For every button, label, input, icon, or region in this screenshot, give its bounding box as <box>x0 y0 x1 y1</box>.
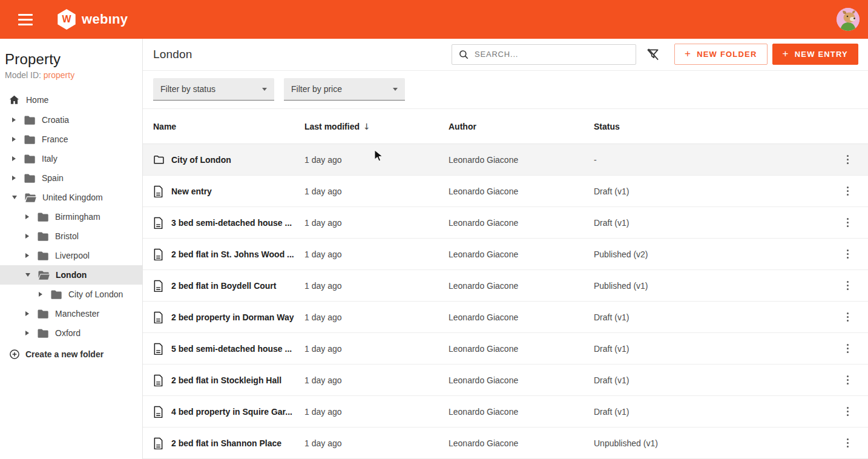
column-header-author[interactable]: Author <box>449 122 594 131</box>
sidebar-item-home[interactable]: Home <box>0 90 142 110</box>
entry-name: New entry <box>171 187 212 196</box>
folder-icon <box>37 251 49 261</box>
sidebar-item-london[interactable]: London <box>0 265 142 285</box>
chevron-icon[interactable] <box>25 331 29 335</box>
plus-icon: + <box>685 48 691 60</box>
sidebar-folder-label: Spain <box>42 173 64 183</box>
menu-icon[interactable] <box>13 7 38 31</box>
model-id-link[interactable]: property <box>44 70 74 80</box>
column-header-name[interactable]: Name <box>153 122 304 131</box>
entry-status: Draft (v1) <box>594 187 822 196</box>
sidebar-folder-label: France <box>42 134 68 144</box>
sort-descending-icon: ↓ <box>363 122 370 131</box>
folder-icon <box>24 173 36 183</box>
column-header-last-modified[interactable]: Last modified↓ <box>304 122 449 131</box>
entry-modified: 1 day ago <box>304 344 449 354</box>
filter-by-status-select[interactable]: Filter by status <box>153 78 274 101</box>
table-row[interactable]: 4 bed property in Squire Gar... 1 day ag… <box>143 396 868 428</box>
document-icon <box>153 437 165 449</box>
table-row[interactable]: 2 bed flat in Boydell Court 1 day ago Le… <box>143 270 868 302</box>
row-menu-button[interactable] <box>842 309 854 326</box>
row-menu-button[interactable] <box>842 340 854 357</box>
sidebar-item-manchester[interactable]: Manchester <box>0 304 142 323</box>
new-entry-button[interactable]: + NEW ENTRY <box>772 44 858 65</box>
sidebar-folder-label: City of London <box>68 289 123 299</box>
chevron-icon[interactable] <box>25 273 30 277</box>
chevron-down-icon <box>262 88 267 91</box>
sidebar-item-france[interactable]: France <box>0 130 142 149</box>
entry-author: Leonardo Giacone <box>449 407 594 417</box>
table-row[interactable]: 2 bed flat in St. Johns Wood ... 1 day a… <box>143 239 868 270</box>
chevron-icon[interactable] <box>25 234 29 239</box>
filter-by-price-select[interactable]: Filter by price <box>284 78 405 101</box>
entry-name: 3 bed semi-detached house ... <box>171 218 292 228</box>
document-icon <box>153 406 163 418</box>
document-icon <box>153 185 165 197</box>
entry-status: Draft (v1) <box>594 218 822 228</box>
row-menu-button[interactable] <box>842 435 854 452</box>
filter-bar: Filter by status Filter by price <box>143 71 868 109</box>
row-menu-button[interactable] <box>842 277 854 294</box>
sidebar-folder-label: Manchester <box>55 309 99 319</box>
entry-name: 2 bed flat in Shannon Place <box>171 438 281 448</box>
entry-modified: 1 day ago <box>304 187 449 196</box>
entry-modified: 1 day ago <box>304 155 449 165</box>
chevron-icon[interactable] <box>12 176 16 180</box>
table-row[interactable]: 3 bed semi-detached house ... 1 day ago … <box>143 207 868 239</box>
chevron-icon[interactable] <box>12 196 17 199</box>
folder-icon <box>50 289 62 300</box>
entry-author: Leonardo Giacone <box>449 249 594 259</box>
filter-off-icon[interactable] <box>643 45 662 64</box>
entry-author: Leonardo Giacone <box>449 281 594 291</box>
sidebar-item-birmingham[interactable]: Birmingham <box>0 207 142 226</box>
sidebar-item-spain[interactable]: Spain <box>0 168 142 188</box>
document-icon <box>153 374 165 386</box>
entry-status: Draft (v1) <box>594 312 822 322</box>
row-menu-button[interactable] <box>842 183 854 200</box>
entry-name: City of London <box>171 155 231 165</box>
sidebar-folder-label: Italy <box>42 154 58 163</box>
document-icon <box>153 437 163 449</box>
table-row[interactable]: 5 bed semi-detached house ... 1 day ago … <box>143 333 868 365</box>
sidebar-item-oxford[interactable]: Oxford <box>0 323 142 343</box>
sidebar-item-croatia[interactable]: Croatia <box>0 110 142 130</box>
sidebar-item-city-of-london[interactable]: City of London <box>0 285 142 304</box>
sidebar-item-liverpool[interactable]: Liverpool <box>0 246 142 265</box>
chevron-icon[interactable] <box>12 137 16 142</box>
folder-tree: Croatia France Italy Spain United Kingdo <box>5 110 137 343</box>
search-input[interactable] <box>475 50 630 59</box>
sidebar-item-united-kingdom[interactable]: United Kingdom <box>0 188 142 207</box>
row-menu-button[interactable] <box>842 403 854 420</box>
topbar: W webıny <box>0 0 868 39</box>
chevron-icon[interactable] <box>25 253 29 258</box>
new-folder-button[interactable]: + NEW FOLDER <box>674 44 768 65</box>
sidebar-item-italy[interactable]: Italy <box>0 149 142 168</box>
chevron-icon[interactable] <box>25 214 29 219</box>
sidebar-folder-label: Oxford <box>55 328 81 338</box>
chevron-icon[interactable] <box>12 117 16 122</box>
avatar[interactable] <box>837 8 860 31</box>
table-row[interactable]: New entry 1 day ago Leonardo Giacone Dra… <box>143 176 868 207</box>
row-menu-button[interactable] <box>842 246 854 263</box>
row-menu-button[interactable] <box>842 214 854 231</box>
sidebar-item-bristol[interactable]: Bristol <box>0 226 142 246</box>
chevron-icon[interactable] <box>12 156 16 161</box>
sidebar-folder-label: Croatia <box>42 115 69 125</box>
sidebar: Property Model ID: property Home Croatia <box>0 39 143 459</box>
create-folder-button[interactable]: Create a new folder <box>5 344 137 365</box>
row-menu-button[interactable] <box>842 151 854 168</box>
folder-icon <box>37 309 49 319</box>
chevron-icon[interactable] <box>25 311 29 316</box>
table-row[interactable]: City of London 1 day ago Leonardo Giacon… <box>143 144 868 176</box>
table-header: NameLast modified↓AuthorStatus <box>143 109 868 144</box>
table-row[interactable]: 2 bed property in Dorman Way 1 day ago L… <box>143 302 868 333</box>
row-menu-button[interactable] <box>842 372 854 389</box>
entry-modified: 1 day ago <box>304 312 449 322</box>
table-row[interactable]: 2 bed flat in Stockleigh Hall 1 day ago … <box>143 365 868 396</box>
folder-icon <box>24 154 36 164</box>
chevron-icon[interactable] <box>39 292 42 297</box>
content-header: London + NEW FOLDER + NEW ENTRY <box>143 39 868 71</box>
column-header-status[interactable]: Status <box>594 122 822 131</box>
table-row[interactable]: 2 bed flat in Shannon Place 1 day ago Le… <box>143 428 868 459</box>
chevron-down-icon <box>393 88 398 91</box>
